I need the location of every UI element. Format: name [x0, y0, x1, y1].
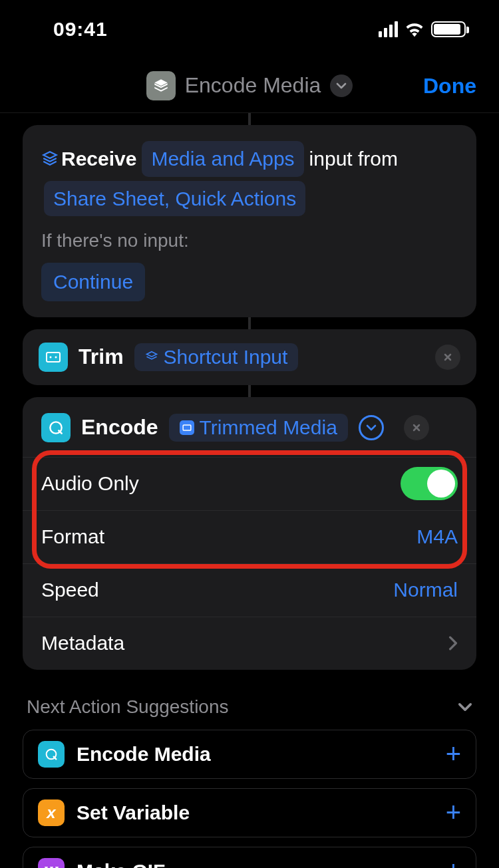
- header-menu-button[interactable]: [330, 74, 353, 97]
- receive-suffix: input from: [309, 142, 398, 176]
- option-format[interactable]: Format M4A: [23, 510, 476, 563]
- no-input-action-pill[interactable]: Continue: [41, 263, 145, 301]
- suggestion-label: Encode Media: [77, 743, 211, 766]
- encode-action-card[interactable]: Encode Trimmed Media Audio Only Format: [23, 397, 476, 670]
- header-title[interactable]: Encode Media: [146, 71, 353, 100]
- receive-sources-pill[interactable]: Share Sheet, Quick Actions: [44, 181, 305, 217]
- chevron-down-icon: [336, 82, 347, 89]
- quicktime-icon: [47, 419, 65, 436]
- cellular-icon: [379, 21, 398, 37]
- option-audio-only[interactable]: Audio Only: [23, 457, 476, 510]
- status-icons: [379, 21, 466, 37]
- add-suggestion-button[interactable]: +: [446, 797, 461, 827]
- chevron-down-icon: [458, 702, 472, 712]
- no-input-label: If there's no input:: [41, 225, 458, 256]
- option-label: Speed: [41, 579, 99, 601]
- flow-connector: [248, 317, 251, 329]
- svg-rect-0: [47, 353, 60, 362]
- suggestion-make-gif[interactable]: Make GIF +: [23, 847, 476, 868]
- trim-variable-pill[interactable]: Shortcut Input: [134, 343, 299, 371]
- battery-icon: [431, 21, 466, 37]
- chevron-down-icon: [366, 424, 377, 431]
- suggestions-title: Next Action Suggestions: [27, 696, 229, 718]
- suggestions-header[interactable]: Next Action Suggestions: [23, 670, 476, 730]
- speed-value[interactable]: Normal: [393, 579, 458, 601]
- quicktime-icon: [38, 741, 65, 768]
- svg-rect-4: [183, 425, 191, 430]
- close-icon: [412, 423, 421, 432]
- add-suggestion-button[interactable]: +: [446, 739, 461, 769]
- audio-only-toggle[interactable]: [401, 467, 458, 500]
- option-label: Metadata: [41, 632, 124, 654]
- svg-point-1: [50, 356, 52, 358]
- magic-variable-icon: [180, 420, 194, 435]
- done-button[interactable]: Done: [423, 73, 476, 98]
- status-time: 09:41: [53, 18, 108, 41]
- chevron-right-icon: [448, 636, 458, 651]
- suggestion-label: Set Variable: [77, 801, 190, 824]
- trim-action-card[interactable]: Trim Shortcut Input: [23, 329, 476, 385]
- encode-variable-pill[interactable]: Trimmed Media: [169, 414, 348, 442]
- header-title-text: Encode Media: [185, 73, 321, 98]
- shortcut-input-icon: [145, 351, 158, 364]
- suggestion-label: Make GIF: [77, 860, 165, 868]
- add-suggestion-button[interactable]: +: [446, 856, 461, 868]
- remove-action-button[interactable]: [404, 415, 429, 440]
- remove-action-button[interactable]: [435, 345, 460, 370]
- receive-types-pill[interactable]: Media and Apps: [142, 141, 303, 177]
- suggestion-set-variable[interactable]: x Set Variable +: [23, 788, 476, 837]
- collapse-button[interactable]: [359, 415, 384, 440]
- status-bar: 09:41: [0, 0, 499, 59]
- trim-action-title: Trim: [79, 345, 124, 369]
- option-metadata[interactable]: Metadata: [23, 617, 476, 670]
- encode-action-icon: [41, 413, 71, 442]
- shortcut-glyph-icon: [146, 71, 176, 100]
- variable-icon: x: [38, 799, 65, 826]
- editor-header: Encode Media Done: [0, 59, 499, 113]
- trim-action-icon: [39, 343, 68, 372]
- encode-action-title: Encode: [81, 415, 158, 440]
- gif-icon: [38, 858, 65, 868]
- option-label: Format: [41, 525, 104, 548]
- flow-connector: [248, 385, 251, 397]
- flow-connector: [248, 113, 251, 125]
- close-icon: [443, 353, 452, 362]
- suggestion-encode-media[interactable]: Encode Media +: [23, 730, 476, 779]
- format-value[interactable]: M4A: [416, 525, 458, 548]
- receive-verb: Receive: [61, 142, 136, 176]
- trim-variable-label: Shortcut Input: [164, 346, 288, 368]
- option-speed[interactable]: Speed Normal: [23, 563, 476, 617]
- svg-point-2: [55, 356, 57, 358]
- option-label: Audio Only: [41, 472, 139, 495]
- encode-variable-label: Trimmed Media: [200, 416, 337, 439]
- receive-input-card[interactable]: Receive Media and Apps input from Share …: [23, 125, 476, 317]
- wifi-icon: [405, 21, 424, 37]
- shortcut-input-icon: [41, 150, 59, 168]
